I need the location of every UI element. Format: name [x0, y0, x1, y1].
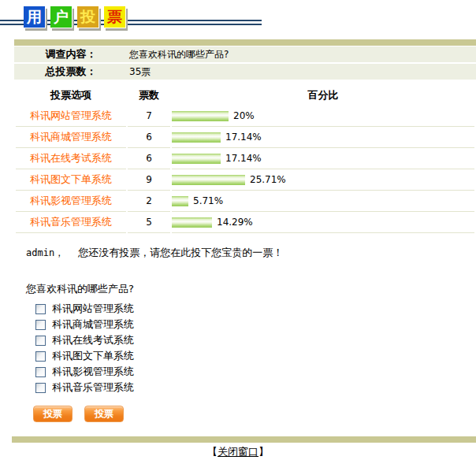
survey-content-row: 调查内容： 您喜欢科讯的哪些产品?: [14, 46, 476, 62]
result-percent: 17.14%: [225, 132, 262, 143]
result-percent: 17.14%: [225, 153, 262, 164]
poll-option-checkbox[interactable]: [35, 336, 46, 346]
logo-blocks: 用 户 投 票: [24, 6, 126, 28]
result-votes: 6: [128, 148, 170, 169]
poll-option-label: 科讯影视管理系统: [52, 365, 134, 379]
result-votes: 6: [128, 127, 170, 148]
result-percent: 25.71%: [250, 174, 286, 185]
result-option: 科讯图文下单系统: [16, 169, 126, 191]
logo-block-tou: 投: [77, 6, 99, 28]
logo-block-piao: 票: [104, 6, 126, 28]
poll-option[interactable]: 科讯影视管理系统: [35, 364, 476, 380]
results-header-row: 投票选项 票数 百分比: [16, 85, 474, 106]
result-bar: [172, 154, 221, 164]
result-votes: 5: [128, 212, 170, 233]
close-window-line: 【关闭窗口】: [0, 445, 476, 459]
result-percent: 14.29%: [217, 217, 253, 228]
result-votes: 7: [128, 106, 170, 127]
result-bar: [172, 196, 188, 206]
poll-option[interactable]: 科讯网站管理系统: [35, 301, 476, 317]
result-percent: 20%: [233, 110, 255, 121]
result-option: 科讯商城管理系统: [16, 127, 126, 148]
poll-option-label: 科讯图文下单系统: [52, 349, 134, 363]
poll-option-label: 科讯在线考试系统: [52, 333, 134, 347]
result-row: 科讯网站管理系统 7 20%: [16, 106, 474, 127]
result-row: 科讯音乐管理系统 5 14.29%: [16, 212, 474, 233]
result-percent: 5.71%: [193, 195, 223, 206]
total-votes-label: 总投票数：: [14, 65, 128, 79]
poll-question: 您喜欢科讯的哪些产品?: [26, 282, 476, 296]
close-window-link[interactable]: 关闭窗口: [218, 446, 258, 458]
result-bar: [172, 111, 229, 121]
survey-content-label: 调查内容：: [14, 47, 128, 61]
result-row: 科讯图文下单系统 9 25.71%: [16, 169, 474, 191]
result-option: 科讯网站管理系统: [16, 106, 126, 127]
logo-block-hu: 户: [50, 6, 73, 28]
result-option: 科讯影视管理系统: [16, 191, 126, 212]
poll-option[interactable]: 科讯音乐管理系统: [35, 380, 476, 395]
poll-option-label: 科讯音乐管理系统: [52, 380, 134, 395]
vote-status-message: 您还没有投票，请您在此投下您宝贵的一票！: [78, 247, 283, 258]
header-option: 投票选项: [16, 85, 126, 106]
result-bar: [172, 175, 245, 185]
result-votes: 2: [128, 191, 170, 212]
bracket-open: 【: [207, 446, 218, 458]
survey-content-value: 您喜欢科讯的哪些产品?: [128, 48, 229, 61]
poll-option-checkbox[interactable]: [35, 351, 46, 362]
username-text: admin，: [26, 247, 64, 258]
logo: 用 户 投 票: [0, 6, 476, 33]
result-option: 科讯在线考试系统: [16, 148, 126, 169]
result-option: 科讯音乐管理系统: [16, 212, 126, 233]
poll-option[interactable]: 科讯在线考试系统: [35, 332, 476, 348]
poll-option-checkbox[interactable]: [35, 367, 46, 377]
header-percent: 百分比: [172, 85, 474, 106]
poll-option[interactable]: 科讯商城管理系统: [35, 317, 476, 332]
result-row: 科讯在线考试系统 6 17.14%: [16, 148, 474, 169]
poll-option-label: 科讯网站管理系统: [52, 302, 134, 316]
result-row: 科讯影视管理系统 2 5.71%: [16, 191, 474, 212]
result-votes: 9: [128, 169, 170, 191]
result-row: 科讯商城管理系统 6 17.14%: [16, 127, 474, 148]
total-votes-row: 总投票数： 35票: [14, 64, 476, 80]
results-table: 投票选项 票数 百分比 科讯网站管理系统 7 20% 科讯商城管理系统 6 17…: [14, 85, 476, 233]
form-buttons: 投票 投票: [33, 406, 476, 422]
poll-page: 用 户 投 票 调查内容： 您喜欢科讯的哪些产品? 总投票数： 35票 投票选项…: [0, 6, 476, 460]
poll-option-checkbox[interactable]: [35, 320, 46, 330]
vote-status-line: admin，您还没有投票，请您在此投下您宝贵的一票！: [26, 246, 476, 260]
poll-option-checkbox[interactable]: [35, 304, 46, 314]
poll-option-checkbox[interactable]: [35, 383, 46, 393]
total-votes-value: 35票: [128, 65, 151, 79]
bracket-close: 】: [258, 446, 269, 458]
poll-option[interactable]: 科讯图文下单系统: [35, 348, 476, 364]
vote-button-2[interactable]: 投票: [84, 406, 124, 422]
result-bar: [172, 217, 212, 228]
header-votes: 票数: [128, 85, 170, 106]
poll-option-label: 科讯商城管理系统: [52, 317, 134, 332]
top-divider-bar: [14, 39, 476, 46]
result-bar: [172, 132, 221, 143]
logo-block-yong: 用: [24, 6, 46, 28]
poll-options-list: 科讯网站管理系统 科讯商城管理系统 科讯在线考试系统 科讯图文下单系统 科讯影视…: [35, 301, 476, 395]
vote-button[interactable]: 投票: [33, 406, 73, 422]
footer-divider-bar: [12, 436, 476, 443]
